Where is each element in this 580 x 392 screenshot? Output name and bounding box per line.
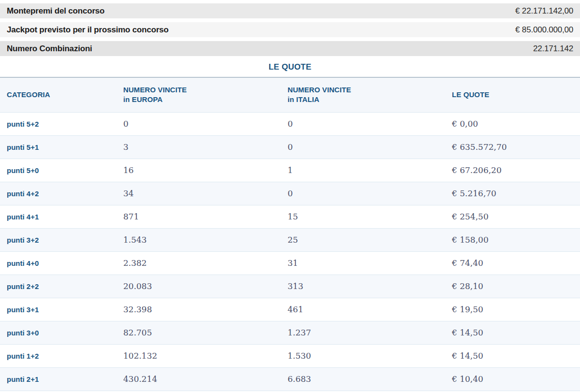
column-header-sublabel: in ITALIA — [288, 95, 438, 104]
cell-vincite-italia: 15 — [281, 205, 445, 228]
cell-vincite-europa: 2.382 — [116, 251, 281, 275]
cell-vincite-italia: 25 — [281, 228, 445, 251]
cell-vincite-europa: 102.132 — [116, 344, 281, 367]
cell-quota: € 5.216,70 — [445, 182, 580, 205]
summary-row-montepremi: Montepremi del concorso € 22.171.142,00 — [0, 3, 580, 18]
cell-vincite-italia: 1.237 — [281, 321, 445, 344]
summary-section: Montepremi del concorso € 22.171.142,00 … — [0, 0, 580, 56]
cell-categoria: punti 5+2 — [0, 112, 116, 135]
table-row: punti 2+1 430.214 6.683 € 10,40 — [0, 367, 580, 391]
cell-categoria: punti 2+1 — [0, 367, 116, 391]
cell-categoria: punti 3+1 — [0, 298, 116, 321]
cell-vincite-europa: 20.083 — [116, 275, 281, 298]
cell-quota: € 28,10 — [445, 275, 580, 298]
cell-vincite-europa: 34 — [116, 182, 281, 205]
column-header-label: CATEGORIA — [7, 90, 110, 100]
table-row: punti 4+1 871 15 € 254,50 — [0, 205, 580, 228]
summary-value: 22.171.142 — [533, 44, 573, 54]
cell-categoria: punti 1+2 — [0, 344, 116, 367]
cell-vincite-italia: 313 — [281, 275, 445, 298]
cell-vincite-italia: 461 — [281, 298, 445, 321]
cell-quota: € 0,00 — [445, 112, 580, 135]
cell-vincite-europa: 32.398 — [116, 298, 281, 321]
column-header-vincite-europa: NUMERO VINCITEin EUROPA — [116, 77, 281, 112]
cell-vincite-italia: 1 — [281, 159, 445, 182]
table-row: punti 3+2 1.543 25 € 158,00 — [0, 228, 580, 251]
cell-categoria: punti 4+0 — [0, 251, 116, 275]
column-header-vincite-italia: NUMERO VINCITEin ITALIA — [281, 77, 445, 112]
cell-quota: € 14,50 — [445, 321, 580, 344]
cell-quota: € 254,50 — [445, 205, 580, 228]
summary-label: Montepremi del concorso — [7, 6, 104, 16]
cell-quota: € 158,00 — [445, 228, 580, 251]
table-row: punti 5+0 16 1 € 67.206,20 — [0, 159, 580, 182]
cell-quota: € 10,40 — [445, 367, 580, 391]
cell-quota: € 14,50 — [445, 344, 580, 367]
cell-vincite-europa: 430.214 — [116, 367, 281, 391]
cell-vincite-italia: 0 — [281, 112, 445, 135]
table-row: punti 5+2 0 0 € 0,00 — [0, 112, 580, 135]
cell-categoria: punti 5+0 — [0, 159, 116, 182]
cell-vincite-europa: 0 — [116, 112, 281, 135]
cell-quota: € 19,50 — [445, 298, 580, 321]
cell-vincite-italia: 31 — [281, 251, 445, 275]
cell-quota: € 74,40 — [445, 251, 580, 275]
cell-categoria: punti 4+1 — [0, 205, 116, 228]
summary-label: Numero Combinazioni — [7, 44, 92, 54]
cell-categoria: punti 3+2 — [0, 228, 116, 251]
cell-vincite-italia: 1.530 — [281, 344, 445, 367]
table-row: punti 1+2 102.132 1.530 € 14,50 — [0, 344, 580, 367]
table-row: punti 4+0 2.382 31 € 74,40 — [0, 251, 580, 275]
summary-row-combinazioni: Numero Combinazioni 22.171.142 — [0, 41, 580, 56]
page-title: LE QUOTE — [0, 62, 580, 72]
column-header-sublabel: in EUROPA — [123, 95, 274, 104]
cell-vincite-europa: 16 — [116, 159, 281, 182]
cell-quota: € 67.206,20 — [445, 159, 580, 182]
cell-vincite-europa: 1.543 — [116, 228, 281, 251]
cell-vincite-europa: 871 — [116, 205, 281, 228]
cell-quota: € 635.572,70 — [445, 135, 580, 159]
summary-label: Jackpot previsto per il prossimo concors… — [7, 25, 169, 35]
table-header-row: CATEGORIA NUMERO VINCITEin EUROPA NUMERO… — [0, 77, 580, 112]
table-row: punti 4+2 34 0 € 5.216,70 — [0, 182, 580, 205]
cell-categoria: punti 3+0 — [0, 321, 116, 344]
quote-table: CATEGORIA NUMERO VINCITEin EUROPA NUMERO… — [0, 77, 580, 391]
column-header-label: LE QUOTE — [452, 90, 573, 100]
cell-categoria: punti 4+2 — [0, 182, 116, 205]
cell-vincite-europa: 3 — [116, 135, 281, 159]
table-row: punti 3+0 82.705 1.237 € 14,50 — [0, 321, 580, 344]
column-header-le-quote: LE QUOTE — [445, 77, 580, 112]
table-row: punti 2+2 20.083 313 € 28,10 — [0, 275, 580, 298]
column-header-categoria: CATEGORIA — [0, 77, 116, 112]
quote-table-body: punti 5+2 0 0 € 0,00 punti 5+1 3 0 € 635… — [0, 112, 580, 391]
column-header-label: NUMERO VINCITE — [288, 85, 438, 95]
column-header-label: NUMERO VINCITE — [123, 85, 274, 95]
table-row: punti 5+1 3 0 € 635.572,70 — [0, 135, 580, 159]
cell-vincite-italia: 6.683 — [281, 367, 445, 391]
table-row: punti 3+1 32.398 461 € 19,50 — [0, 298, 580, 321]
summary-value: € 85.000.000,00 — [515, 25, 573, 35]
summary-value: € 22.171.142,00 — [515, 6, 573, 16]
cell-vincite-europa: 82.705 — [116, 321, 281, 344]
cell-categoria: punti 2+2 — [0, 275, 116, 298]
summary-row-jackpot: Jackpot previsto per il prossimo concors… — [0, 22, 580, 37]
cell-vincite-italia: 0 — [281, 182, 445, 205]
cell-vincite-italia: 0 — [281, 135, 445, 159]
cell-categoria: punti 5+1 — [0, 135, 116, 159]
